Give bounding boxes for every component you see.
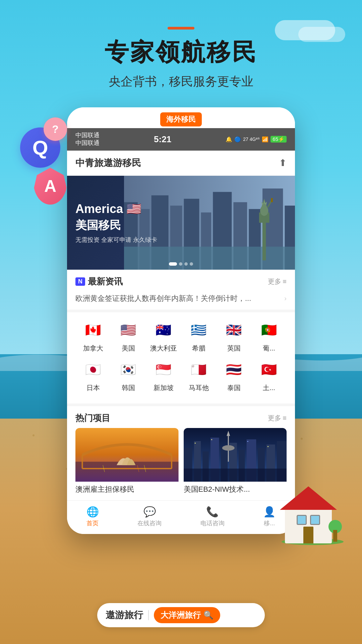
country-label-portugal: 葡... (263, 344, 275, 353)
q-bubble: Q ? (20, 127, 60, 168)
sub-title: 央企背书，移民服务更专业 (0, 73, 362, 90)
house-door (303, 527, 313, 543)
flag-greece: 🇬🇷 (187, 318, 210, 342)
flag-portugal: 🇵🇹 (257, 318, 281, 342)
svg-rect-56 (267, 446, 268, 447)
flag-singapore: 🇸🇬 (152, 358, 175, 381)
share-icon[interactable]: ⬆ (279, 157, 287, 168)
nav-home-label: 首页 (86, 519, 99, 527)
house-body (285, 506, 332, 543)
header-accent (168, 27, 194, 30)
svg-point-0 (33, 434, 35, 436)
hot-card-title-usa: 美国EB2-NIW技术... (184, 482, 287, 494)
nav-online-consult[interactable]: 💬 在线咨询 (137, 506, 162, 527)
svg-point-51 (222, 445, 234, 450)
banner-desc: 无需投资 全家可申请 永久绿卡 (75, 235, 157, 244)
hot-section: 热门项目 更多 ≡ (67, 404, 295, 500)
hot-card-img-usa (184, 428, 287, 482)
banner-text: America 🇺🇸 美国移民 无需投资 全家可申请 永久绿卡 (75, 202, 157, 244)
country-label-uk: 英国 (227, 344, 241, 353)
flag-canada: 🇨🇦 (81, 318, 105, 342)
overseas-badge: 海外移民 (160, 112, 202, 126)
country-singapore[interactable]: 🇸🇬 新加坡 (146, 358, 181, 392)
country-usa[interactable]: 🇺🇸 美国 (111, 318, 146, 353)
badge-area: 海外移民 (67, 107, 295, 128)
phone-mockup: 海外移民 中国联通 中国联通 5:21 🔔 🔵 27 4G⁴⁶ 📶 65⚡ 中青… (67, 107, 295, 534)
hot-card-img-australia (75, 428, 179, 482)
flag-korea: 🇰🇷 (117, 358, 140, 381)
svg-rect-57 (184, 469, 287, 482)
status-time: 5:21 (154, 134, 171, 145)
country-label-australia: 澳大利亚 (150, 344, 177, 353)
house-3d (278, 483, 345, 543)
banner-pagination (169, 262, 193, 266)
search-button[interactable]: 大洋洲旅行 🔍 (154, 607, 220, 623)
hot-card-australia[interactable]: 澳洲雇主担保移民 (75, 428, 179, 494)
country-thailand[interactable]: 🇹🇭 泰国 (216, 358, 251, 392)
country-turkey[interactable]: 🇹🇷 土... (251, 358, 287, 392)
search-icon: 🔍 (203, 610, 214, 620)
country-label-thailand: 泰国 (227, 383, 241, 392)
svg-rect-20 (124, 247, 295, 270)
country-label-singapore: 新加坡 (154, 383, 174, 392)
country-australia[interactable]: 🇦🇺 澳大利亚 (146, 318, 181, 353)
nav-migrate[interactable]: 👤 移... (263, 506, 276, 527)
house-tree (328, 520, 342, 542)
bottom-search-bar[interactable]: 遨游旅行 大洋洲旅行 🔍 (97, 603, 265, 627)
hot-grid: 澳洲雇主担保移民 (75, 428, 287, 494)
flag-australia: 🇦🇺 (152, 318, 175, 342)
app-title: 中青旅遨游移民 (75, 157, 141, 169)
news-section: N 最新资讯 更多 ≡ 欧洲黄金签证获批人数再创年内新高！关停倒计时，... › (67, 270, 295, 310)
country-row-2: 🇯🇵 日本 🇰🇷 韩国 🇸🇬 新加坡 🇲🇹 马耳他 🇹🇭 泰国 🇹🇷 (75, 358, 287, 392)
person-icon: 👤 (263, 506, 276, 518)
nav-home[interactable]: 🌐 首页 (86, 506, 99, 527)
question-bubble: ? (44, 117, 67, 141)
country-row-1: 🇨🇦 加拿大 🇺🇸 美国 🇦🇺 澳大利亚 🇬🇷 希腊 🇬🇧 英国 🇵🇹 (75, 318, 287, 353)
globe-icon: 🌐 (86, 506, 99, 518)
dot-2[interactable] (179, 262, 182, 266)
carrier-info: 中国联通 中国联通 (75, 131, 100, 147)
country-label-canada: 加拿大 (83, 344, 103, 353)
svg-rect-29 (271, 198, 273, 202)
country-label-japan: 日本 (86, 383, 100, 392)
dot-1[interactable] (169, 262, 177, 266)
country-label-greece: 希腊 (192, 344, 205, 353)
house-decoration (278, 483, 352, 550)
nav-phone-label: 电话咨询 (200, 519, 225, 527)
header-area: 专家领航移民 央企背书，移民服务更专业 (0, 27, 362, 90)
country-canada[interactable]: 🇨🇦 加拿大 (75, 318, 111, 353)
country-japan[interactable]: 🇯🇵 日本 (75, 358, 111, 392)
banner-en-text: America 🇺🇸 (75, 202, 157, 216)
banner-zh-text: 美国移民 (75, 217, 157, 233)
news-header: N 最新资讯 更多 ≡ (75, 276, 287, 287)
country-korea[interactable]: 🇰🇷 韩国 (111, 358, 146, 392)
country-label-malta: 马耳他 (189, 383, 209, 392)
nav-phone-consult[interactable]: 📞 电话咨询 (200, 506, 225, 527)
country-label-turkey: 土... (263, 383, 275, 392)
country-section: 🇨🇦 加拿大 🇺🇸 美国 🇦🇺 澳大利亚 🇬🇷 希腊 🇬🇧 英国 🇵🇹 (67, 310, 295, 404)
nav-online-label: 在线咨询 (137, 519, 162, 527)
country-greece[interactable]: 🇬🇷 希腊 (181, 318, 216, 353)
banner[interactable]: America 🇺🇸 美国移民 无需投资 全家可申请 永久绿卡 (67, 176, 295, 270)
news-item[interactable]: 欧洲黄金签证获批人数再创年内新高！关停倒计时，... › (75, 291, 287, 306)
dot-3[interactable] (184, 262, 188, 266)
flag-malta: 🇲🇹 (187, 358, 210, 381)
country-portugal[interactable]: 🇵🇹 葡... (251, 318, 287, 353)
country-uk[interactable]: 🇬🇧 英国 (216, 318, 251, 353)
flag-japan: 🇯🇵 (81, 358, 105, 381)
chat-icon: 💬 (143, 506, 156, 518)
news-more-link[interactable]: 更多 ≡ (268, 277, 287, 286)
hot-more-link[interactable]: 更多 ≡ (268, 414, 287, 423)
flag-usa: 🇺🇸 (117, 318, 140, 342)
n-badge: N (75, 277, 85, 286)
flag-thailand: 🇹🇭 (222, 358, 246, 381)
bottom-nav: 🌐 首页 💬 在线咨询 📞 电话咨询 👤 移... (67, 500, 295, 534)
dot-4[interactable] (190, 262, 193, 266)
tree-trunk (333, 530, 337, 542)
main-title: 专家领航移民 (0, 36, 362, 68)
hot-card-usa[interactable]: 美国EB2-NIW技术... (184, 428, 287, 494)
hot-card-title-australia: 澳洲雇主担保移民 (75, 482, 179, 494)
flag-turkey: 🇹🇷 (257, 358, 281, 381)
country-label-usa: 美国 (122, 344, 135, 353)
country-malta[interactable]: 🇲🇹 马耳他 (181, 358, 216, 392)
